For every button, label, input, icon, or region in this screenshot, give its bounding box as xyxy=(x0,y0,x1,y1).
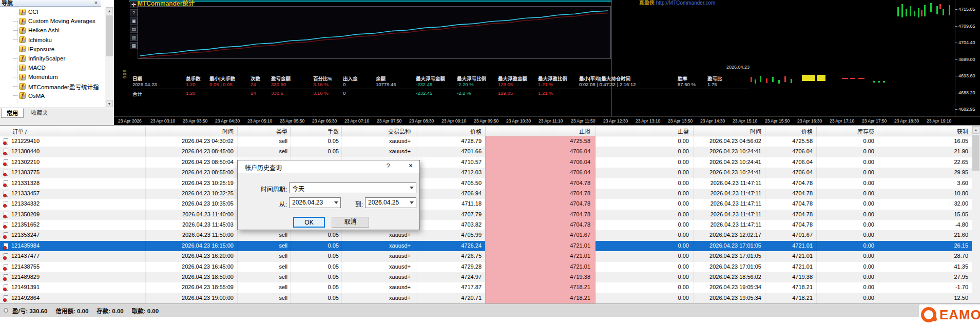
order-row[interactable]: 1214359842026.04.23 16:15:00sell0.05xauu… xyxy=(0,241,980,251)
order-row[interactable]: 1214387552026.04.23 16:45:00sell0.05xauu… xyxy=(0,262,980,272)
navigator-scrollbar[interactable]: ▲ ▼ xyxy=(105,7,113,107)
swap: 0.00 xyxy=(863,274,874,280)
column-header-item[interactable]: 止盈 xyxy=(678,127,689,135)
lots: 0.05 xyxy=(328,148,339,154)
sidebar-item-label: Momentum xyxy=(28,74,58,80)
sidebar-item-label: MACD xyxy=(28,65,46,71)
sidebar-item-heiken-ashi[interactable]: ƒHeiken Ashi xyxy=(13,26,105,35)
order-row[interactable]: 1213313282026.04.23 10:25:19sell0.05xauu… xyxy=(0,178,980,189)
order-row[interactable]: 1213334572026.04.23 10:32:25sell0.05xauu… xyxy=(0,189,980,199)
tree-branch-line xyxy=(13,68,18,68)
sidebar-item-iexposure[interactable]: ƒiExposure xyxy=(13,45,105,54)
column-header-item[interactable]: 手数 xyxy=(328,127,339,135)
order-doc-icon xyxy=(4,284,8,291)
column-header-item[interactable]: 交易品种 xyxy=(388,127,411,135)
close-price: 4704.78 xyxy=(792,190,813,196)
order-row[interactable]: 1213502092026.04.23 11:40:00sell0.05xauu… xyxy=(0,210,980,220)
profit: 12.50 xyxy=(954,295,968,301)
column-header-item[interactable]: 时间 xyxy=(750,127,761,135)
order-row[interactable]: 1213532472026.04.23 11:50:00sell0.05xauu… xyxy=(0,230,980,240)
candle-mark xyxy=(755,79,756,84)
column-header-item[interactable]: 类型 xyxy=(276,127,287,135)
close-price: 4704.78 xyxy=(792,221,813,228)
ok-button[interactable]: OK xyxy=(293,217,325,228)
column-header-item[interactable]: 时间 xyxy=(222,127,234,135)
sidebar-item-momentum[interactable]: ƒMomentum xyxy=(13,72,105,82)
candle-mark xyxy=(943,9,944,15)
column-header-item[interactable]: 获利 xyxy=(957,127,968,135)
move-icon[interactable]: ✛ xyxy=(130,1,138,8)
order-id: 121492864 xyxy=(11,295,40,301)
stats-column-header: 最大浮盈金额 xyxy=(498,75,527,82)
sidebar-item-mtcommander[interactable]: ƒMTCommander盈亏统计指 xyxy=(13,82,105,91)
time-axis[interactable]: 23 Apr 202623 Apr 03:1023 Apr 03:5023 Ap… xyxy=(114,116,980,125)
order-type: sell xyxy=(279,284,287,290)
open-time: 2026.04.23 16:15:00 xyxy=(182,242,234,249)
column-header-item[interactable]: 价格 xyxy=(470,127,482,135)
sidebar-item-label: iExposure xyxy=(28,46,54,52)
scroll-down-icon[interactable]: ▼ xyxy=(106,100,113,107)
scroll-up-icon[interactable]: ▲ xyxy=(972,126,979,134)
sidebar-item-custom-moving-averages[interactable]: ƒCustom Moving Averages xyxy=(13,16,105,26)
period-select[interactable]: 今天 xyxy=(289,182,416,193)
candle-mark xyxy=(850,78,855,79)
tab-item[interactable]: 收藏夹 xyxy=(25,108,54,118)
order-id: 121437477 xyxy=(11,253,40,259)
sidebar-item-macd[interactable]: ƒMACD xyxy=(13,63,105,72)
scrollbar-thumb[interactable] xyxy=(106,15,113,56)
order-row[interactable]: 1214913912026.04.23 18:55:09sell0.05xauu… xyxy=(0,282,980,293)
column-header-order[interactable]: 订单 / xyxy=(12,127,27,135)
sidebar-item-infinityscalper[interactable]: ƒInfinityScalper xyxy=(13,54,105,63)
order-row[interactable]: 1213516522026.04.23 11:45:03sell0.05xauu… xyxy=(0,220,980,230)
price-axis[interactable]: 4715.054709.654704.404699.004693.604688.… xyxy=(955,0,980,116)
sidebar-item-cci[interactable]: ƒCCI xyxy=(13,7,105,16)
tab-item[interactable]: 常用 xyxy=(1,108,24,118)
order-type: sell xyxy=(279,274,287,280)
help-icon[interactable]: ? xyxy=(130,9,138,16)
close-price: 4706.04 xyxy=(792,148,813,154)
orders-scrollbar[interactable]: ▲ xyxy=(972,126,980,303)
orders-table-header[interactable]: 订单 /时间类型手数交易品种价格止损止盈时间价格库存费获利 xyxy=(0,125,980,136)
order-type: sell xyxy=(279,263,287,270)
symbol: xauusd+ xyxy=(389,284,411,290)
grid-icon[interactable]: ▦ xyxy=(130,42,138,49)
swap: 0.00 xyxy=(863,200,874,207)
order-type: sell xyxy=(279,242,287,249)
order-row[interactable]: 1212294102026.04.23 04:30:02sell0.05xauu… xyxy=(0,136,980,147)
order-row[interactable]: 1213343322026.04.23 10:35:05sell0.05xauu… xyxy=(0,199,980,209)
from-date-select[interactable]: 2026.04.23 xyxy=(289,197,341,208)
dialog-titlebar[interactable]: 帐户历史查询 ? × xyxy=(238,160,419,173)
scroll-up-icon[interactable]: ▲ xyxy=(106,7,113,14)
list-icon[interactable]: ▥ xyxy=(130,34,138,41)
stop-loss: 4706.04 xyxy=(570,148,590,154)
close-price: 4718.21 xyxy=(792,295,813,301)
scrollbar-thumb[interactable] xyxy=(972,135,979,171)
sidebar-item-ichimoku[interactable]: ƒIchimoku xyxy=(13,35,105,45)
cancel-button[interactable]: 取消 xyxy=(332,217,369,228)
profit: 28.70 xyxy=(954,253,968,259)
open-time: 2026.04.23 11:50:00 xyxy=(182,232,234,238)
symbol: xauusd+ xyxy=(389,295,411,301)
profit: 16.05 xyxy=(954,138,968,144)
candle-mark xyxy=(897,7,899,16)
sidebar-item-osma[interactable]: ƒOsMA xyxy=(13,91,105,100)
panel-icon[interactable]: ▤ xyxy=(130,26,138,33)
open-price: 4706.94 xyxy=(461,190,482,196)
order-row[interactable]: 1214374772026.04.23 16:20:00sell0.05xauu… xyxy=(0,251,980,261)
timeline-label: 23 Apr 18:30 xyxy=(894,118,919,124)
order-row[interactable]: 1214928642026.04.23 19:00:00sell0.05xauu… xyxy=(0,293,980,303)
to-date-select[interactable]: 2026.04.25 xyxy=(365,197,416,208)
order-row[interactable]: 1213004402026.04.23 08:45:00sell0.05xauu… xyxy=(0,147,980,157)
help-icon[interactable]: ? xyxy=(383,162,393,170)
close-icon[interactable]: × xyxy=(92,0,100,6)
column-header-item[interactable]: 价格 xyxy=(801,127,813,135)
axis-tick xyxy=(955,43,957,43)
stats-column-header: 余额 xyxy=(376,75,386,82)
column-header-item[interactable]: 库存费 xyxy=(857,127,874,135)
column-header-item[interactable]: 止损 xyxy=(579,127,590,135)
order-row[interactable]: 1213022102026.04.23 08:50:04sell0.05xauu… xyxy=(0,157,980,168)
order-row[interactable]: 1214898292026.04.23 18:50:00sell0.05xauu… xyxy=(0,272,980,282)
close-icon[interactable]: × xyxy=(405,161,416,170)
order-row[interactable]: 1213037752026.04.23 08:55:00sell0.05xauu… xyxy=(0,168,980,178)
window-icon[interactable]: ▣ xyxy=(130,17,138,25)
